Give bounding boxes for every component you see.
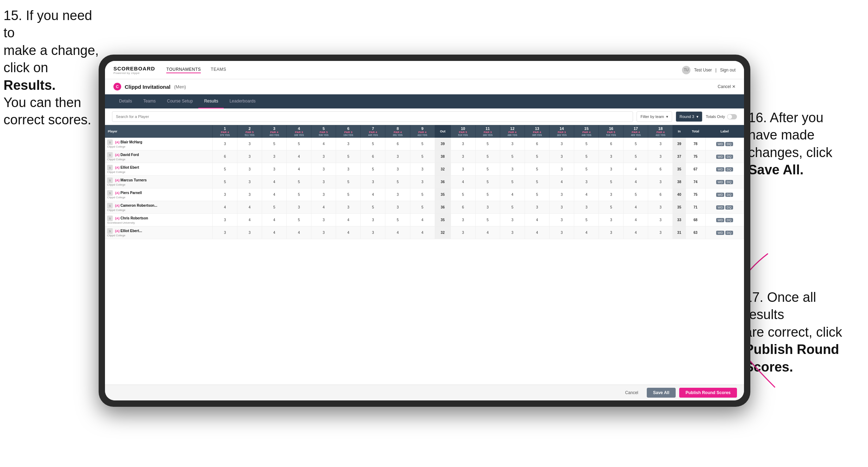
- score-hole-5[interactable]: 3: [311, 163, 336, 176]
- score-hole-4[interactable]: 5: [287, 188, 311, 201]
- score-hole-18[interactable]: 6: [648, 163, 673, 176]
- score-hole-13[interactable]: 5: [525, 163, 550, 176]
- score-hole-2[interactable]: 3: [237, 188, 262, 201]
- score-hole-10[interactable]: 3: [451, 163, 475, 176]
- score-hole-15[interactable]: 3: [574, 176, 599, 188]
- search-input[interactable]: [112, 111, 633, 122]
- score-hole-18[interactable]: 3: [648, 214, 673, 226]
- dq-button[interactable]: DQ: [725, 205, 733, 210]
- score-hole-18[interactable]: 6: [648, 188, 673, 201]
- score-hole-13[interactable]: 6: [525, 138, 550, 150]
- wd-button[interactable]: WD: [716, 142, 724, 146]
- score-hole-4[interactable]: 4: [287, 150, 311, 163]
- score-hole-14[interactable]: 3: [550, 150, 574, 163]
- score-hole-6[interactable]: 3: [336, 201, 361, 214]
- score-hole-6[interactable]: 4: [336, 214, 361, 226]
- score-hole-16[interactable]: 3: [599, 214, 624, 226]
- score-hole-1[interactable]: 5: [212, 163, 237, 176]
- score-hole-10[interactable]: 3: [451, 214, 475, 226]
- score-hole-7[interactable]: 4: [361, 188, 385, 201]
- score-hole-12[interactable]: 5: [500, 150, 525, 163]
- score-hole-2[interactable]: 3: [237, 138, 262, 150]
- score-hole-14[interactable]: 4: [550, 176, 574, 188]
- score-hole-14[interactable]: 3: [550, 214, 574, 226]
- score-hole-7[interactable]: 5: [361, 138, 385, 150]
- score-hole-15[interactable]: 5: [574, 138, 599, 150]
- score-hole-12[interactable]: 5: [500, 201, 525, 214]
- score-hole-8[interactable]: 5: [385, 176, 410, 188]
- score-hole-7[interactable]: 3: [361, 214, 385, 226]
- score-hole-7[interactable]: 6: [361, 150, 385, 163]
- score-hole-13[interactable]: 5: [525, 150, 550, 163]
- nav-teams[interactable]: TEAMS: [211, 67, 226, 73]
- dq-button[interactable]: DQ: [725, 180, 733, 184]
- score-hole-2[interactable]: 3: [237, 226, 262, 239]
- score-hole-5[interactable]: 4: [311, 138, 336, 150]
- score-hole-11[interactable]: 5: [475, 214, 500, 226]
- score-hole-9[interactable]: 4: [410, 226, 435, 239]
- score-hole-14[interactable]: 3: [550, 138, 574, 150]
- cancel-button[interactable]: Cancel: [620, 388, 643, 397]
- score-hole-2[interactable]: 4: [237, 201, 262, 214]
- score-hole-10[interactable]: 5: [451, 188, 475, 201]
- dq-button[interactable]: DQ: [725, 142, 733, 146]
- tab-course-setup[interactable]: Course Setup: [161, 94, 198, 108]
- score-hole-3[interactable]: 4: [262, 188, 287, 201]
- dq-button[interactable]: DQ: [725, 167, 733, 172]
- score-hole-17[interactable]: 5: [624, 138, 648, 150]
- score-hole-3[interactable]: 5: [262, 201, 287, 214]
- score-hole-8[interactable]: 4: [385, 226, 410, 239]
- score-hole-12[interactable]: 3: [500, 214, 525, 226]
- dq-button[interactable]: DQ: [725, 193, 733, 197]
- score-hole-5[interactable]: 3: [311, 150, 336, 163]
- score-hole-1[interactable]: 3: [212, 226, 237, 239]
- score-hole-14[interactable]: 3: [550, 188, 574, 201]
- score-hole-13[interactable]: 4: [525, 214, 550, 226]
- score-hole-10[interactable]: 4: [451, 176, 475, 188]
- score-hole-1[interactable]: 3: [212, 138, 237, 150]
- score-hole-6[interactable]: 3: [336, 163, 361, 176]
- score-hole-4[interactable]: 5: [287, 138, 311, 150]
- score-hole-4[interactable]: 3: [287, 201, 311, 214]
- score-hole-17[interactable]: 4: [624, 214, 648, 226]
- dq-button[interactable]: DQ: [725, 231, 733, 235]
- score-hole-3[interactable]: 3: [262, 150, 287, 163]
- score-hole-8[interactable]: 3: [385, 188, 410, 201]
- score-hole-7[interactable]: 3: [361, 226, 385, 239]
- score-hole-6[interactable]: 5: [336, 188, 361, 201]
- wd-button[interactable]: WD: [716, 193, 724, 197]
- score-hole-9[interactable]: 5: [410, 201, 435, 214]
- score-hole-6[interactable]: 5: [336, 176, 361, 188]
- score-hole-3[interactable]: 4: [262, 226, 287, 239]
- score-hole-8[interactable]: 3: [385, 163, 410, 176]
- score-hole-13[interactable]: 5: [525, 188, 550, 201]
- score-hole-1[interactable]: 4: [212, 201, 237, 214]
- score-hole-6[interactable]: 3: [336, 138, 361, 150]
- score-hole-16[interactable]: 3: [599, 163, 624, 176]
- tab-details[interactable]: Details: [113, 94, 138, 108]
- tab-results[interactable]: Results: [198, 94, 224, 108]
- totals-toggle-switch[interactable]: [727, 114, 737, 119]
- round-dropdown[interactable]: Round 3 ▾: [676, 111, 702, 122]
- score-hole-7[interactable]: 3: [361, 176, 385, 188]
- score-hole-11[interactable]: 5: [475, 163, 500, 176]
- score-hole-6[interactable]: 5: [336, 150, 361, 163]
- score-hole-16[interactable]: 3: [599, 188, 624, 201]
- score-hole-16[interactable]: 5: [599, 176, 624, 188]
- score-hole-15[interactable]: 5: [574, 214, 599, 226]
- score-hole-7[interactable]: 5: [361, 163, 385, 176]
- score-hole-14[interactable]: 3: [550, 163, 574, 176]
- score-hole-5[interactable]: 3: [311, 226, 336, 239]
- score-hole-2[interactable]: 3: [237, 163, 262, 176]
- cancel-tournament-button[interactable]: Cancel ✕: [718, 84, 736, 89]
- score-hole-8[interactable]: 5: [385, 214, 410, 226]
- wd-button[interactable]: WD: [716, 155, 724, 159]
- score-hole-11[interactable]: 5: [475, 176, 500, 188]
- score-hole-6[interactable]: 4: [336, 226, 361, 239]
- score-hole-9[interactable]: 5: [410, 150, 435, 163]
- score-hole-17[interactable]: 4: [624, 176, 648, 188]
- score-hole-13[interactable]: 3: [525, 201, 550, 214]
- score-hole-17[interactable]: 4: [624, 226, 648, 239]
- score-hole-4[interactable]: 4: [287, 163, 311, 176]
- score-hole-15[interactable]: 5: [574, 163, 599, 176]
